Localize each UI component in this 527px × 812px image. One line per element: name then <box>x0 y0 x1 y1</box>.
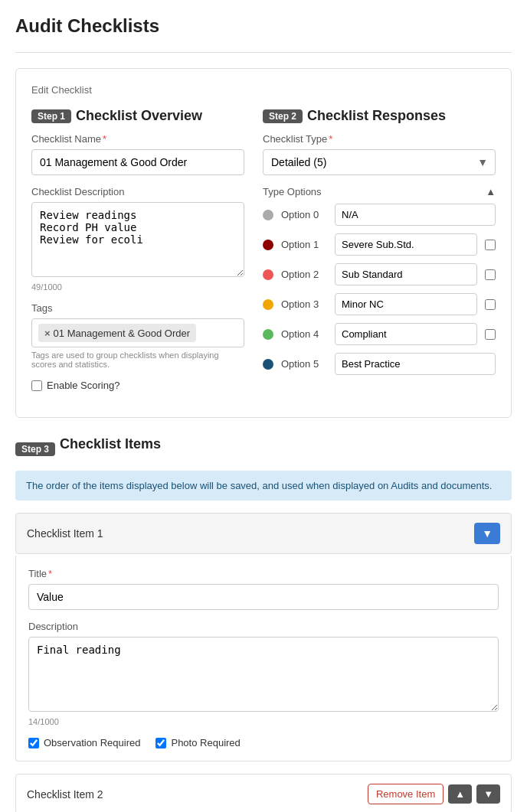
option-checkbox-2[interactable] <box>485 269 496 280</box>
option-checkbox-3[interactable] <box>485 299 496 310</box>
option-label-2: Option 2 <box>281 269 327 280</box>
item1-description-label: Description <box>28 621 499 632</box>
option-checkbox-1[interactable] <box>485 240 496 250</box>
tag-item[interactable]: × 01 Management & Good Order <box>38 324 196 342</box>
checklist-name-group: Checklist Name* <box>31 133 244 175</box>
step3-title: Checklist Items <box>60 436 161 452</box>
checklist-description-label: Checklist Description <box>31 186 244 197</box>
steps-row: Step 1 Checklist Overview Checklist Name… <box>31 108 496 402</box>
checklist-type-select[interactable]: Detailed (5) Simple (2) Pass/Fail (2) <box>263 149 496 175</box>
option-input-4[interactable] <box>335 323 477 345</box>
step3-label: Step 3 Checklist Items <box>15 436 161 461</box>
step2-col: Step 2 Checklist Responses Checklist Typ… <box>263 108 496 402</box>
item2-title: Checklist Item 2 <box>27 788 103 801</box>
item1-body: Title* Description Final reading 14/1000… <box>15 556 512 761</box>
option-row-4: Option 4 <box>263 323 496 345</box>
option-input-0[interactable] <box>335 204 496 226</box>
card-header: Edit Checklist <box>31 84 496 96</box>
page-title: Audit Checklists <box>15 15 512 37</box>
option-input-3[interactable] <box>335 293 477 315</box>
option-label-0: Option 0 <box>281 209 327 220</box>
step1-badge: Step 1 <box>31 109 71 123</box>
tags-hint: Tags are used to group checklists when d… <box>31 351 244 369</box>
item1-checkboxes: Observation Required Photo Required <box>28 737 499 748</box>
item1-title: Checklist Item 1 <box>27 527 103 540</box>
description-char-count: 49/1000 <box>31 282 244 292</box>
option-label-1: Option 1 <box>281 239 327 250</box>
checklist-type-label: Checklist Type* <box>263 133 496 145</box>
item2-controls: Remove Item ▲ ▼ <box>368 784 500 804</box>
item1-description-textarea[interactable]: Final reading <box>28 637 499 712</box>
checklist-description-group: Checklist Description Review readings Re… <box>31 186 244 292</box>
item1-title-label: Title* <box>28 568 499 579</box>
edit-checklist-card: Edit Checklist Step 1 Checklist Overview… <box>15 68 512 418</box>
option-input-5[interactable] <box>335 353 496 375</box>
option-row-5: Option 5 <box>263 353 496 375</box>
item1-title-group: Title* <box>28 568 499 610</box>
option-dot-5 <box>263 359 273 370</box>
item1-char-count: 14/1000 <box>28 717 499 726</box>
option-label-4: Option 4 <box>281 328 327 340</box>
photo-required-label[interactable]: Photo Required <box>155 737 240 748</box>
option-checkbox-4[interactable] <box>485 329 496 340</box>
item1-title-input[interactable] <box>28 584 499 610</box>
enable-scoring-checkbox[interactable] <box>31 380 42 391</box>
item1-description-group: Description Final reading 14/1000 <box>28 621 499 726</box>
options-list: Option 0 Option 1 Option 2 <box>263 204 496 375</box>
step1-title: Checklist Overview <box>76 108 202 124</box>
item2-down-button[interactable]: ▼ <box>476 784 500 804</box>
option-row-2: Option 2 <box>263 263 496 285</box>
option-row-3: Option 3 <box>263 293 496 315</box>
checklist-item-2: Checklist Item 2 Remove Item ▲ ▼ Title* <box>15 774 512 812</box>
tags-container[interactable]: × 01 Management & Good Order <box>31 318 244 347</box>
option-dot-3 <box>263 299 273 310</box>
option-dot-2 <box>263 269 273 280</box>
option-dot-1 <box>263 240 273 250</box>
item1-controls: ▼ <box>474 523 500 544</box>
tag-label: 01 Management & Good Order <box>54 328 191 339</box>
checklist-name-label: Checklist Name* <box>31 133 244 145</box>
checklist-description-textarea[interactable]: Review readings Record PH value Review f… <box>31 202 244 277</box>
option-dot-0 <box>263 210 273 220</box>
step2-badge: Step 2 <box>263 109 303 123</box>
checklist-name-input[interactable] <box>31 149 244 175</box>
option-dot-4 <box>263 329 273 340</box>
photo-required-checkbox[interactable] <box>155 738 166 748</box>
tags-group: Tags × 01 Management & Good Order Tags a… <box>31 302 244 369</box>
option-row-1: Option 1 <box>263 233 496 256</box>
observation-required-label[interactable]: Observation Required <box>28 737 140 748</box>
step3-section: Step 3 Checklist Items The order of the … <box>15 436 512 812</box>
checklist-type-group: Checklist Type* Detailed (5) Simple (2) … <box>263 133 496 175</box>
option-label-5: Option 5 <box>281 358 327 370</box>
warning-icon: ▲ <box>486 186 496 197</box>
type-options-header: Type Options ▲ <box>263 186 496 197</box>
item2-up-button[interactable]: ▲ <box>448 784 472 804</box>
option-label-3: Option 3 <box>281 298 327 310</box>
tag-remove-icon[interactable]: × <box>44 328 51 339</box>
item2-header: Checklist Item 2 Remove Item ▲ ▼ <box>15 774 512 812</box>
step2-label: Step 2 Checklist Responses <box>263 108 446 124</box>
checklist-type-select-wrapper: Detailed (5) Simple (2) Pass/Fail (2) ▼ <box>263 149 496 175</box>
observation-required-checkbox[interactable] <box>28 738 39 748</box>
info-box: The order of the items displayed below w… <box>15 471 512 501</box>
option-row-0: Option 0 <box>263 204 496 226</box>
tags-label: Tags <box>31 302 244 314</box>
remove-item-button[interactable]: Remove Item <box>368 784 444 804</box>
step1-label: Step 1 Checklist Overview <box>31 108 202 124</box>
item1-collapse-button[interactable]: ▼ <box>474 523 500 544</box>
step1-col: Step 1 Checklist Overview Checklist Name… <box>31 108 244 402</box>
checklist-item-1: Checklist Item 1 ▼ Title* Description Fi… <box>15 513 512 761</box>
item1-header: Checklist Item 1 ▼ <box>15 513 512 554</box>
option-input-1[interactable] <box>335 233 477 256</box>
enable-scoring-group: Enable Scoring? <box>31 380 244 391</box>
enable-scoring-label[interactable]: Enable Scoring? <box>31 380 244 391</box>
step2-title: Checklist Responses <box>307 108 446 124</box>
option-input-2[interactable] <box>335 263 477 285</box>
step3-badge: Step 3 <box>15 442 55 456</box>
